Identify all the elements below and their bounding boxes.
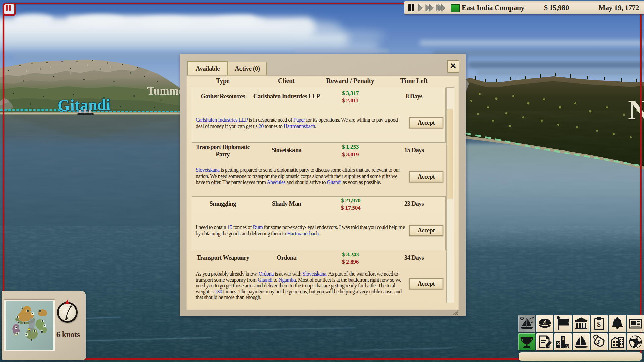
svg-text:3: 3 <box>566 344 569 349</box>
svg-text:z: z <box>532 316 534 320</box>
svg-text:z: z <box>531 319 533 324</box>
svg-text:1: 1 <box>562 336 565 341</box>
svg-text:2: 2 <box>557 341 560 346</box>
svg-text:$: $ <box>597 320 601 328</box>
